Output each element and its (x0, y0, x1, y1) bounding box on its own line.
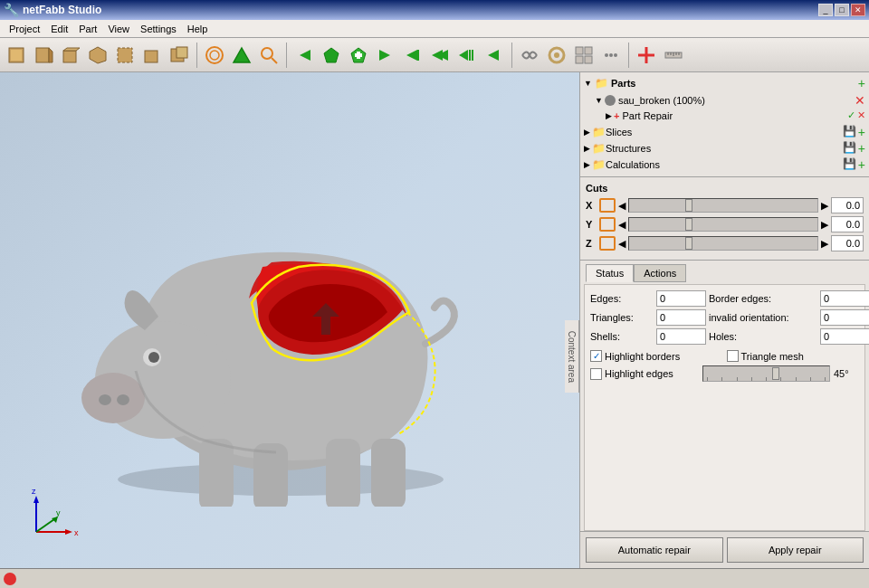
cut-x-left-arrow[interactable]: ◀ (618, 200, 625, 212)
apply-repair-button[interactable]: Apply repair (727, 537, 864, 563)
highlight-borders-checkbox-container[interactable]: Highlight borders (590, 350, 723, 362)
svg-line-15 (272, 58, 277, 63)
highlight-edges-checkbox[interactable] (590, 368, 602, 380)
menu-settings[interactable]: Settings (135, 22, 182, 36)
highlight-borders-checkbox[interactable] (590, 350, 602, 362)
repair-check-icon: ✓ (847, 109, 855, 121)
merge-tool-button[interactable] (517, 43, 542, 68)
nav-right-button[interactable] (373, 43, 398, 68)
cut-y-slider[interactable] (628, 217, 818, 232)
polygon-select-button[interactable] (319, 43, 344, 68)
part-row[interactable]: ▼ sau_broken (100%) ✕ (584, 92, 865, 109)
svg-rect-33 (585, 47, 592, 54)
nav-left4-button[interactable] (454, 43, 480, 68)
cut-z-toggle[interactable] (599, 236, 616, 251)
cut-x-right-arrow[interactable]: ▶ (821, 200, 828, 212)
nav-left2-button[interactable] (400, 43, 425, 68)
calculations-save-button[interactable]: 💾 (843, 157, 856, 172)
tab-status[interactable]: Status (586, 264, 634, 282)
svg-marker-63 (65, 529, 72, 535)
svg-point-54 (148, 352, 159, 363)
triangle-mesh-checkbox[interactable] (727, 350, 739, 362)
axes-indicator: z x y (27, 487, 81, 541)
cut-y-toggle[interactable] (599, 217, 616, 232)
tabs-section: Status Actions (580, 261, 869, 284)
maximize-button[interactable]: □ (835, 4, 849, 16)
checkbox-row-2: Highlight edges (590, 365, 859, 382)
menu-part[interactable]: Part (73, 22, 102, 36)
svg-point-51 (99, 394, 111, 405)
cut-x-toggle[interactable] (599, 198, 616, 213)
view-front-button[interactable] (4, 43, 29, 68)
nav-left3-button[interactable] (427, 43, 453, 68)
dots-tool-button[interactable] (598, 43, 624, 68)
slices-row[interactable]: ▶ 📁 Slices 💾 + (584, 124, 865, 140)
menu-edit[interactable]: Edit (45, 22, 73, 36)
calculations-row[interactable]: ▶ 📁 Calculations 💾 + (584, 156, 865, 173)
angle-slider[interactable] (702, 365, 830, 382)
calculations-add-button[interactable]: + (858, 157, 865, 172)
cut-y-right-arrow[interactable]: ▶ (821, 219, 828, 231)
svg-marker-13 (234, 48, 250, 62)
tab-actions[interactable]: Actions (634, 264, 686, 282)
triangle-mesh-label: Triangle mesh (741, 351, 804, 362)
svg-text:y: y (56, 508, 61, 517)
cut-x-value[interactable]: 0.0 (831, 197, 864, 213)
arrow-left-button[interactable] (291, 43, 317, 68)
window-title: netFabb Studio (23, 4, 818, 16)
view-back-button[interactable] (112, 43, 138, 68)
add-part-button[interactable] (634, 43, 659, 68)
minimize-button[interactable]: _ (818, 4, 833, 16)
repair-remove-button[interactable]: ✕ (857, 109, 865, 121)
slices-add-button[interactable]: + (858, 125, 865, 139)
cut-y-left-arrow[interactable]: ◀ (618, 219, 625, 231)
magnify-button[interactable] (256, 43, 282, 68)
menu-help[interactable]: Help (182, 22, 214, 36)
part-remove-button[interactable]: ✕ (855, 93, 865, 108)
structures-add-button[interactable]: + (858, 141, 865, 156)
svg-point-52 (117, 394, 129, 405)
cut-z-right-arrow[interactable]: ▶ (821, 238, 828, 250)
cut-z-left-arrow[interactable]: ◀ (618, 238, 625, 250)
cut-z-slider[interactable] (628, 236, 818, 251)
viewport[interactable]: z x y Context area (0, 72, 579, 568)
grid-tool-button[interactable] (571, 43, 597, 68)
slices-save-button[interactable]: 💾 (843, 125, 856, 139)
repair-row[interactable]: ▶ + Part Repair ✓ ✕ (584, 109, 865, 122)
sphere-tool-button[interactable] (202, 43, 227, 68)
svg-rect-8 (145, 51, 158, 62)
holes-value: 0 (820, 328, 869, 345)
shells-label: Shells: (590, 331, 654, 342)
structures-row[interactable]: ▶ 📁 Structures 💾 + (584, 140, 865, 156)
ruler-button[interactable] (661, 43, 686, 68)
automatic-repair-button[interactable]: Automatic repair (586, 537, 723, 563)
ring-tool-button[interactable] (544, 43, 569, 68)
svg-rect-1 (11, 50, 22, 61)
view-side-button[interactable] (31, 43, 56, 68)
status-content: Edges: 0 Border edges: 0 Triangles: 0 in… (584, 284, 865, 531)
svg-marker-26 (459, 50, 468, 61)
menu-view[interactable]: View (102, 22, 135, 36)
svg-marker-5 (63, 48, 80, 51)
toolbar-sep-2 (286, 43, 287, 68)
nav-left5-button[interactable] (482, 43, 507, 68)
triangles-label: Triangles: (590, 312, 654, 323)
status-indicator (4, 573, 16, 585)
parts-add-button[interactable]: + (858, 76, 865, 90)
status-bar (0, 568, 869, 588)
highlight-edges-checkbox-container[interactable]: Highlight edges (590, 368, 699, 380)
cut-x-slider[interactable] (628, 198, 818, 213)
triangle-mesh-checkbox-container[interactable]: Triangle mesh (727, 350, 860, 362)
cut-z-value[interactable]: 0.0 (831, 235, 864, 251)
triangle-tool-button[interactable] (229, 43, 254, 68)
structures-save-button[interactable]: 💾 (843, 141, 856, 156)
close-button[interactable]: ✕ (851, 4, 865, 16)
view-top-button[interactable] (58, 43, 83, 68)
cut-y-value[interactable]: 0.0 (831, 216, 864, 232)
add-button[interactable] (346, 43, 371, 68)
view-3d-button[interactable] (167, 43, 192, 68)
menu-project[interactable]: Project (4, 22, 45, 36)
view-bottom-button[interactable] (139, 43, 165, 68)
view-iso-button[interactable] (85, 43, 110, 68)
svg-text:x: x (74, 528, 79, 537)
